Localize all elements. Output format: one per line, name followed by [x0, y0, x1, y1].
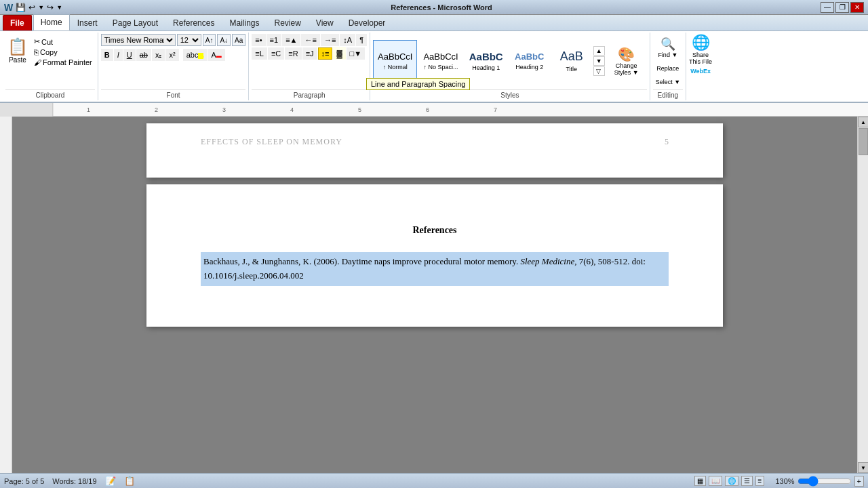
select-button[interactable]: Select ▼: [653, 76, 683, 88]
style-title[interactable]: AaB Title: [551, 40, 592, 82]
bullets-button[interactable]: ≡•: [252, 34, 265, 46]
tab-page-layout[interactable]: Page Layout: [105, 15, 165, 30]
tab-file[interactable]: File: [3, 15, 32, 30]
borders-button[interactable]: □▼: [347, 47, 366, 60]
shading-button[interactable]: ▓: [333, 47, 345, 60]
font-row1: Times New Roman 12 A↑ A↓ Aa: [101, 34, 246, 46]
tab-home[interactable]: Home: [33, 14, 70, 30]
sort-button[interactable]: ↕A: [340, 34, 355, 46]
bold-button[interactable]: B: [101, 49, 113, 61]
svg-text:3: 3: [222, 106, 226, 113]
font-shrink-button[interactable]: A↓: [217, 34, 231, 46]
cut-button[interactable]: ✂ Cut: [31, 37, 95, 47]
align-right-button[interactable]: ≡R: [285, 47, 301, 60]
align-left-button[interactable]: ≡L: [252, 47, 267, 60]
scroll-track[interactable]: [858, 127, 868, 462]
format-painter-icon: 🖌: [34, 58, 41, 66]
scroll-down-button[interactable]: ▼: [858, 462, 868, 473]
tab-view[interactable]: View: [309, 15, 341, 30]
styles-down[interactable]: ▼: [593, 56, 605, 66]
zoom-slider[interactable]: [797, 476, 852, 487]
font-group: Times New Roman 12 A↑ A↓ Aa B I U ab x₂ …: [98, 33, 250, 100]
font-grow-button[interactable]: A↑: [203, 34, 216, 46]
styles-group-label: Styles: [373, 89, 647, 99]
tab-review[interactable]: Review: [267, 15, 308, 30]
multilevel-button[interactable]: ≡▲: [282, 34, 300, 46]
full-reading-button[interactable]: 📖: [709, 476, 722, 486]
underline-button[interactable]: U: [123, 49, 136, 61]
format-painter-label: Format Painter: [43, 58, 92, 66]
font-size-select[interactable]: 12: [177, 34, 201, 46]
clipboard-sub: ✂ Cut ⎘ Copy 🖌 Format Painter: [31, 34, 95, 67]
show-hide-button[interactable]: ¶: [356, 34, 367, 46]
word-icon: W: [4, 2, 13, 13]
svg-rect-0: [53, 103, 868, 116]
styles-expand[interactable]: ▽: [593, 66, 605, 76]
style-h2-label: Heading 2: [515, 64, 543, 70]
text-highlight-button[interactable]: abc▬: [183, 49, 208, 61]
line-spacing-button[interactable]: ↕≡: [318, 47, 333, 60]
qa-save[interactable]: 💾: [16, 3, 26, 12]
copy-label: Copy: [40, 48, 58, 56]
numbering-button[interactable]: ≡1: [267, 34, 282, 46]
tab-developer[interactable]: Developer: [341, 15, 393, 30]
close-button[interactable]: ✕: [850, 2, 864, 13]
replace-button[interactable]: Replace: [654, 62, 682, 75]
copy-button[interactable]: ⎘ Copy: [31, 47, 95, 57]
title-bar: W 💾 ↩ ▼ ↪ ▼ References - Microsoft Word …: [0, 0, 868, 15]
superscript-button[interactable]: x²: [165, 49, 178, 61]
zoom-in-button[interactable]: +: [854, 476, 864, 487]
share-label: ShareThis File: [689, 52, 712, 65]
font-name-select[interactable]: Times New Roman: [101, 34, 176, 46]
italic-button[interactable]: I: [114, 49, 123, 61]
page-header-text: EFFECTS OF SLEEP ON MEMORY: [201, 137, 342, 147]
status-left: Page: 5 of 5 Words: 18/19 📝 📋: [4, 476, 135, 486]
scroll-up-button[interactable]: ▲: [858, 117, 868, 127]
justify-button[interactable]: ≡J: [302, 47, 317, 60]
para-row1: ≡• ≡1 ≡▲ ←≡ →≡ ↕A ¶: [252, 34, 367, 46]
increase-indent-button[interactable]: →≡: [321, 34, 339, 46]
format-painter-button[interactable]: 🖌 Format Painter: [31, 58, 95, 67]
paragraph-group: ≡• ≡1 ≡▲ ←≡ →≡ ↕A ¶ ≡L ≡C ≡R ≡J ↕≡ ▓ □▼ …: [249, 33, 370, 100]
tab-references[interactable]: References: [165, 15, 222, 30]
track-changes-icon: 📝: [105, 476, 116, 486]
qa-undo-arrow[interactable]: ▼: [38, 4, 44, 11]
align-center-button[interactable]: ≡C: [268, 47, 284, 60]
webex-label: WebEx: [690, 68, 711, 75]
minimize-button[interactable]: —: [821, 2, 834, 13]
outline-button[interactable]: ☰: [741, 476, 753, 486]
subscript-button[interactable]: x₂: [152, 49, 165, 61]
qa-undo[interactable]: ↩: [28, 3, 35, 12]
style-heading1[interactable]: AaBbC Heading 1: [465, 40, 508, 82]
font-row2: B I U ab x₂ x² abc▬ A▬: [101, 49, 225, 61]
find-button[interactable]: 🔍 Find ▼: [654, 34, 682, 61]
change-styles-label: ChangeStyles ▼: [614, 62, 639, 76]
font-color-button[interactable]: A▬: [208, 49, 224, 61]
print-layout-button[interactable]: ▦: [694, 476, 706, 486]
web-layout-button[interactable]: 🌐: [725, 476, 738, 486]
reference-text-1: Backhaus, J., & Junghanns, K. (2006). Da…: [203, 256, 646, 281]
style-normal[interactable]: AaBbCcI ↑ Normal: [373, 40, 417, 82]
strikethrough-button[interactable]: ab: [136, 49, 151, 61]
right-scrollbar[interactable]: ▲ ▼: [857, 117, 868, 473]
share-button[interactable]: 🌐 ShareThis File: [689, 34, 712, 65]
document-scroll[interactable]: EFFECTS OF SLEEP ON MEMORY 5 References …: [12, 117, 857, 473]
svg-text:6: 6: [426, 106, 429, 113]
tab-insert[interactable]: Insert: [70, 15, 105, 30]
status-right: ▦ 📖 🌐 ☰ ≡ 130% +: [694, 476, 864, 487]
decrease-indent-button[interactable]: ←≡: [301, 34, 319, 46]
draft-button[interactable]: ≡: [755, 476, 765, 486]
change-styles-button[interactable]: 🎨 ChangeStyles ▼: [606, 43, 647, 79]
qa-redo[interactable]: ↪: [47, 3, 54, 12]
style-no-spacing[interactable]: AaBbCcI ↑ No Spaci...: [418, 40, 462, 82]
clear-format-button[interactable]: Aa: [232, 34, 245, 46]
style-heading2[interactable]: AaBbC Heading 2: [509, 40, 550, 82]
paste-button[interactable]: 📋 Paste: [5, 34, 30, 68]
scroll-thumb[interactable]: [859, 128, 868, 155]
restore-button[interactable]: ❐: [835, 2, 849, 13]
webex-button[interactable]: WebEx: [690, 68, 711, 75]
tab-mailings[interactable]: Mailings: [222, 15, 267, 30]
styles-up[interactable]: ▲: [593, 46, 605, 56]
qa-more[interactable]: ▼: [56, 4, 62, 11]
window-controls: — ❐ ✕: [821, 2, 864, 13]
